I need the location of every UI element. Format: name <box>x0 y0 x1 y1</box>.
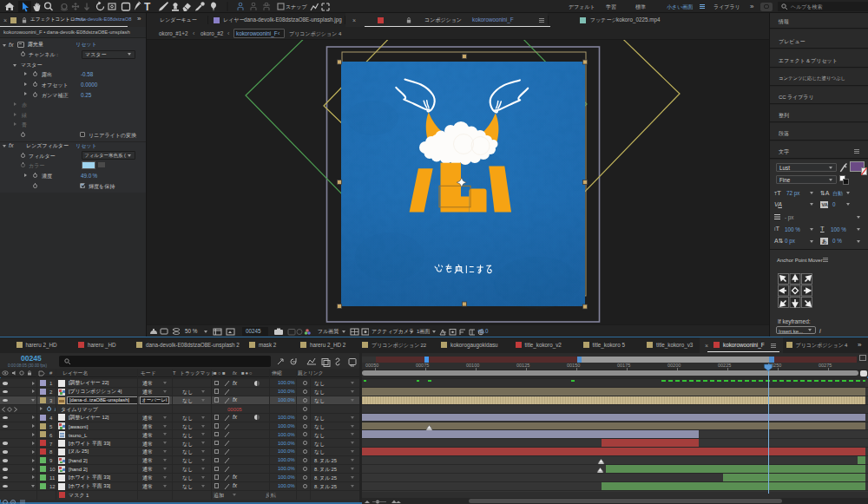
svg-text:T: T <box>144 1 151 13</box>
